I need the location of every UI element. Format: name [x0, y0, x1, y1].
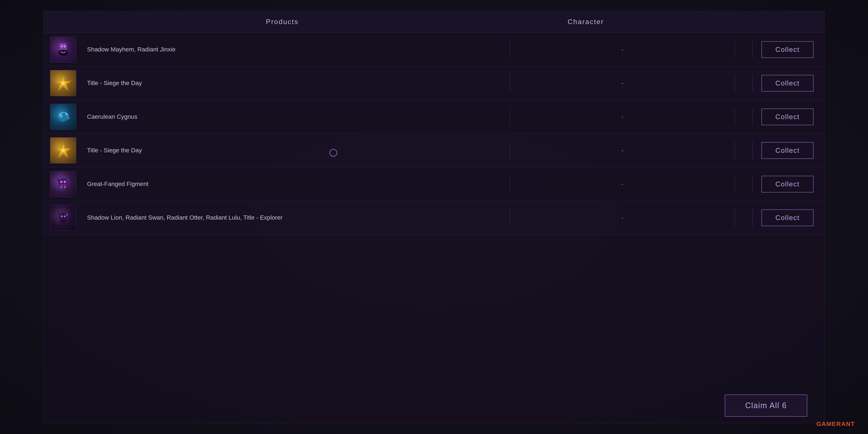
item-icon-caerulean	[50, 104, 76, 130]
item-name: Great-Fanged Figment	[83, 181, 501, 187]
svg-point-22	[64, 216, 65, 217]
collect-button-wrapper: Collect	[762, 142, 813, 159]
svg-point-7	[61, 82, 65, 85]
character-value: -	[519, 214, 726, 221]
character-value: -	[519, 147, 726, 154]
column-separator-3	[752, 142, 753, 159]
svg-point-12	[61, 149, 65, 152]
collect-button-wrapper: Collect	[762, 108, 813, 125]
column-separator	[510, 175, 510, 193]
item-name: Caerulean Cygnus	[83, 113, 501, 120]
character-value: -	[519, 46, 726, 53]
table-row: Shadow Lion, Radiant Swan, Radiant Otter…	[43, 201, 825, 235]
item-icon-title-siege-2	[50, 137, 76, 163]
table-row: Title - Siege the Day-Collect	[43, 66, 825, 100]
collect-button-wrapper: Collect	[762, 176, 813, 192]
watermark: GAMERANT	[816, 421, 855, 428]
svg-point-9	[65, 113, 67, 115]
column-separator-3	[752, 209, 753, 226]
table-row: Shadow Mayhem, Radiant Jinxie-Collect	[43, 33, 825, 66]
item-icon-title-siege-1	[50, 70, 76, 96]
footer-area: Claim All 6	[725, 395, 807, 416]
item-name: Shadow Lion, Radiant Swan, Radiant Otter…	[83, 214, 501, 221]
item-icon-shadow-mayhem	[50, 36, 76, 62]
rewards-list: Shadow Mayhem, Radiant Jinxie-Collect Ti…	[43, 33, 825, 235]
collect-button-wrapper: Collect	[762, 41, 813, 58]
column-separator-3	[752, 74, 753, 92]
collect-button-shadow-lion[interactable]: Collect	[762, 209, 813, 226]
character-value: -	[519, 113, 726, 120]
character-value: -	[519, 180, 726, 188]
column-separator-2	[735, 209, 735, 226]
table-header: Products Character	[43, 11, 825, 33]
svg-point-13	[58, 178, 68, 188]
column-separator-3	[752, 175, 753, 193]
column-separator	[510, 142, 510, 159]
column-separator-3	[752, 41, 753, 58]
column-separator-2	[735, 142, 735, 159]
claim-all-button[interactable]: Claim All 6	[725, 395, 807, 416]
column-separator-2	[735, 108, 735, 125]
column-separator-3	[752, 108, 753, 125]
collect-button-shadow-mayhem[interactable]: Collect	[762, 41, 813, 58]
column-separator-2	[735, 175, 735, 193]
column-separator-2	[735, 41, 735, 58]
table-row: Title - Siege the Day-Collect	[43, 134, 825, 167]
svg-point-3	[64, 45, 66, 48]
collect-button-wrapper: Collect	[762, 75, 813, 92]
table-row: Caerulean Cygnus-Collect	[43, 100, 825, 134]
item-icon-great-fanged	[50, 171, 76, 197]
collect-button-great-fanged[interactable]: Collect	[762, 176, 813, 192]
table-row: Great-Fanged Figment-Collect	[43, 167, 825, 201]
svg-point-23	[60, 219, 66, 223]
collect-button-title-siege-2[interactable]: Collect	[762, 142, 813, 159]
character-column-header: Character	[434, 18, 738, 26]
svg-point-16	[61, 181, 62, 183]
collect-button-caerulean[interactable]: Collect	[762, 108, 813, 125]
column-separator	[510, 41, 510, 58]
collect-button-wrapper: Collect	[762, 209, 813, 226]
item-name: Title - Siege the Day	[83, 80, 501, 87]
svg-point-21	[61, 216, 62, 217]
item-icon-shadow-lion	[50, 205, 76, 231]
column-separator	[510, 74, 510, 92]
collect-button-title-siege-1[interactable]: Collect	[762, 75, 813, 92]
main-panel: Products Character Shadow Mayhem, Radian…	[43, 11, 825, 423]
item-name: Shadow Mayhem, Radiant Jinxie	[83, 46, 501, 53]
column-separator	[510, 209, 510, 226]
column-separator	[510, 108, 510, 125]
products-column-header: Products	[130, 18, 434, 26]
column-separator-2	[735, 74, 735, 92]
svg-point-2	[61, 45, 63, 48]
item-name: Title - Siege the Day	[83, 147, 501, 154]
svg-point-17	[64, 181, 65, 183]
character-value: -	[519, 80, 726, 87]
